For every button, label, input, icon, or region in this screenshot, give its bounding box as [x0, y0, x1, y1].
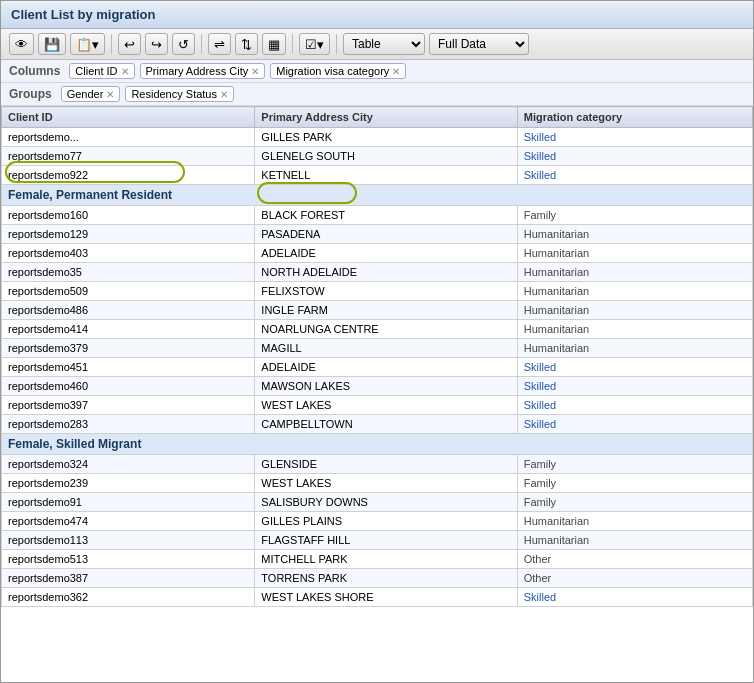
cell-category: Skilled	[517, 396, 752, 415]
tag-city-remove[interactable]: ✕	[251, 66, 259, 77]
col-header-id[interactable]: Client ID	[2, 107, 255, 128]
table-row: reportsdemo474GILLES PLAINSHumanitarian	[2, 512, 753, 531]
table-select[interactable]: Table Summary Chart	[343, 33, 425, 55]
cell-client-id: reportsdemo129	[2, 225, 255, 244]
cell-client-id: reportsdemo362	[2, 588, 255, 607]
table-row: reportsdemo239WEST LAKESFamily	[2, 474, 753, 493]
table-wrapper: Client ID Primary Address City Migration…	[1, 106, 753, 607]
cell-client-id: reportsdemo509	[2, 282, 255, 301]
table-row: reportsdemo509FELIXSTOWHumanitarian	[2, 282, 753, 301]
cell-city: PASADENA	[255, 225, 517, 244]
cell-city: INGLE FARM	[255, 301, 517, 320]
cell-city: ADELAIDE	[255, 358, 517, 377]
cell-client-id: reportsdemo387	[2, 569, 255, 588]
cell-client-id: reportsdemo324	[2, 455, 255, 474]
col-header-cat[interactable]: Migration category	[517, 107, 752, 128]
cell-city: NORTH ADELAIDE	[255, 263, 517, 282]
cell-category: Family	[517, 206, 752, 225]
cell-client-id: reportsdemo239	[2, 474, 255, 493]
cell-city: BLACK FOREST	[255, 206, 517, 225]
tag-clientid-remove[interactable]: ✕	[121, 66, 129, 77]
toolbar-separator-2	[201, 34, 202, 54]
refresh-button[interactable]: ↺	[172, 33, 195, 55]
undo-icon: ↩	[124, 37, 135, 52]
group-tag-residency[interactable]: Residency Status ✕	[125, 86, 234, 102]
group-row: Female, Permanent Resident	[2, 185, 753, 206]
cell-category: Skilled	[517, 147, 752, 166]
groups-label: Groups	[9, 87, 52, 101]
cell-category: Humanitarian	[517, 244, 752, 263]
export-button[interactable]: 📋▾	[70, 33, 105, 55]
cell-city: MAWSON LAKES	[255, 377, 517, 396]
cell-category: Skilled	[517, 358, 752, 377]
cell-category: Skilled	[517, 377, 752, 396]
tag-city-label: Primary Address City	[146, 65, 249, 77]
cell-client-id: reportsdemo91	[2, 493, 255, 512]
cell-client-id: reportsdemo35	[2, 263, 255, 282]
group-tag-gender[interactable]: Gender ✕	[61, 86, 121, 102]
cell-category: Humanitarian	[517, 263, 752, 282]
table-row: reportsdemo460MAWSON LAKESSkilled	[2, 377, 753, 396]
tag-gender-remove[interactable]: ✕	[106, 89, 114, 100]
table-row: reportsdemo397WEST LAKESSkilled	[2, 396, 753, 415]
save-button[interactable]: 💾	[38, 33, 66, 55]
cell-client-id: reportsdemo486	[2, 301, 255, 320]
title-bar: Client List by migration	[1, 1, 753, 29]
undo-button[interactable]: ↩	[118, 33, 141, 55]
columns-button[interactable]: ▦	[262, 33, 286, 55]
column-tag-city[interactable]: Primary Address City ✕	[140, 63, 266, 79]
data-table: Client ID Primary Address City Migration…	[1, 106, 753, 607]
cell-city: TORRENS PARK	[255, 569, 517, 588]
cell-category: Other	[517, 550, 752, 569]
cell-city: GILLES PLAINS	[255, 512, 517, 531]
export-icon: 📋▾	[76, 37, 99, 52]
table-row: reportsdemo324GLENSIDEFamily	[2, 455, 753, 474]
cell-client-id: reportsdemo922	[2, 166, 255, 185]
cell-category: Skilled	[517, 588, 752, 607]
columns-filter-bar: Columns Client ID ✕ Primary Address City…	[1, 60, 753, 83]
col-header-city[interactable]: Primary Address City	[255, 107, 517, 128]
cell-city: WEST LAKES SHORE	[255, 588, 517, 607]
cell-client-id: reportsdemo379	[2, 339, 255, 358]
tag-migration-label: Migration visa category	[276, 65, 389, 77]
save-icon: 💾	[44, 37, 60, 52]
toolbar-separator-3	[292, 34, 293, 54]
cell-client-id: reportsdemo414	[2, 320, 255, 339]
table-row: reportsdemo113FLAGSTAFF HILLHumanitarian	[2, 531, 753, 550]
tag-clientid-label: Client ID	[75, 65, 117, 77]
cell-client-id: reportsdemo474	[2, 512, 255, 531]
table-row: reportsdemo129PASADENAHumanitarian	[2, 225, 753, 244]
cell-city: MAGILL	[255, 339, 517, 358]
cell-category: Family	[517, 474, 752, 493]
table-row: reportsdemo160BLACK FORESTFamily	[2, 206, 753, 225]
sort-button[interactable]: ⇅	[235, 33, 258, 55]
cell-city: WEST LAKES	[255, 396, 517, 415]
tag-migration-remove[interactable]: ✕	[392, 66, 400, 77]
cell-client-id: reportsdemo77	[2, 147, 255, 166]
redo-icon: ↪	[151, 37, 162, 52]
cell-client-id: reportsdemo460	[2, 377, 255, 396]
column-tag-clientid[interactable]: Client ID ✕	[69, 63, 134, 79]
tag-residency-remove[interactable]: ✕	[220, 89, 228, 100]
cell-city: GLENELG SOUTH	[255, 147, 517, 166]
filter-button[interactable]: ⇌	[208, 33, 231, 55]
eye-icon: 👁	[15, 37, 28, 52]
table-row: reportsdemo387TORRENS PARKOther	[2, 569, 753, 588]
eye-button[interactable]: 👁	[9, 33, 34, 55]
fulldata-select[interactable]: Full Data Sample Data	[429, 33, 529, 55]
filter-icon: ⇌	[214, 37, 225, 52]
column-tag-migration[interactable]: Migration visa category ✕	[270, 63, 406, 79]
check-button[interactable]: ☑▾	[299, 33, 330, 55]
table-row: reportsdemo451ADELAIDESkilled	[2, 358, 753, 377]
cell-client-id: reportsdemo403	[2, 244, 255, 263]
cell-client-id: reportsdemo513	[2, 550, 255, 569]
cell-city: CAMPBELLTOWN	[255, 415, 517, 434]
cell-city: NOARLUNGA CENTRE	[255, 320, 517, 339]
group-row: Female, Skilled Migrant	[2, 434, 753, 455]
table-row: reportsdemo513MITCHELL PARKOther	[2, 550, 753, 569]
cell-client-id: reportsdemo113	[2, 531, 255, 550]
cell-city: WEST LAKES	[255, 474, 517, 493]
groups-filter-bar: Groups Gender ✕ Residency Status ✕	[1, 83, 753, 106]
columns-label: Columns	[9, 64, 60, 78]
redo-button[interactable]: ↪	[145, 33, 168, 55]
